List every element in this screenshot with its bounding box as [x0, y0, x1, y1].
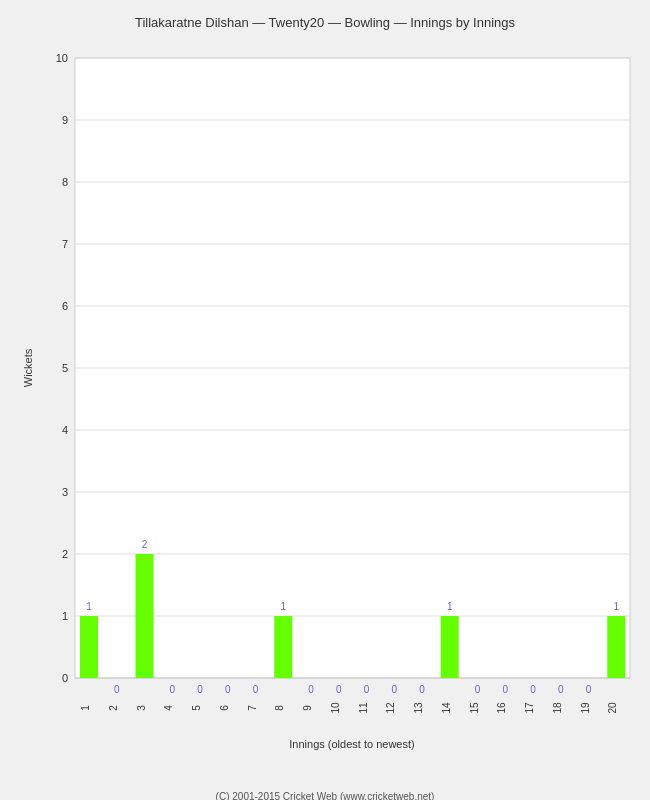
svg-text:7: 7 — [247, 705, 258, 711]
svg-text:6: 6 — [62, 300, 68, 312]
svg-text:0: 0 — [225, 684, 231, 695]
chart-svg: 10 9 8 7 6 5 4 — [20, 38, 650, 758]
svg-text:0: 0 — [502, 684, 508, 695]
svg-text:2: 2 — [108, 705, 119, 711]
svg-text:12: 12 — [385, 702, 396, 714]
svg-text:2: 2 — [142, 539, 148, 550]
svg-text:14: 14 — [441, 702, 452, 714]
svg-text:0: 0 — [62, 672, 68, 684]
svg-text:4: 4 — [62, 424, 68, 436]
svg-text:15: 15 — [469, 702, 480, 714]
svg-text:10: 10 — [330, 702, 341, 714]
svg-text:1: 1 — [80, 705, 91, 711]
svg-text:9: 9 — [302, 705, 313, 711]
svg-text:0: 0 — [419, 684, 425, 695]
bar-8 — [274, 616, 292, 678]
svg-text:0: 0 — [169, 684, 175, 695]
svg-text:16: 16 — [496, 702, 507, 714]
svg-text:11: 11 — [358, 702, 369, 714]
svg-text:8: 8 — [62, 176, 68, 188]
bar-20 — [607, 616, 625, 678]
svg-text:8: 8 — [274, 705, 285, 711]
bar-14 — [441, 616, 459, 678]
bar-1 — [80, 616, 98, 678]
svg-text:1: 1 — [447, 601, 453, 612]
svg-text:0: 0 — [364, 684, 370, 695]
svg-text:1: 1 — [86, 601, 92, 612]
bar-3 — [136, 554, 154, 678]
svg-text:7: 7 — [62, 238, 68, 250]
svg-text:0: 0 — [586, 684, 592, 695]
svg-text:9: 9 — [62, 114, 68, 126]
svg-text:10: 10 — [56, 52, 68, 64]
svg-text:20: 20 — [607, 702, 618, 714]
svg-text:13: 13 — [413, 702, 424, 714]
svg-text:6: 6 — [219, 705, 230, 711]
svg-text:1: 1 — [280, 601, 286, 612]
svg-text:2: 2 — [62, 548, 68, 560]
svg-text:3: 3 — [62, 486, 68, 498]
svg-text:0: 0 — [336, 684, 342, 695]
svg-text:0: 0 — [391, 684, 397, 695]
footer-text: (C) 2001-2015 Cricket Web (www.cricketwe… — [10, 791, 640, 800]
svg-text:0: 0 — [308, 684, 314, 695]
x-axis-label: Innings (oldest to newest) — [289, 738, 414, 750]
svg-text:0: 0 — [253, 684, 259, 695]
svg-text:0: 0 — [114, 684, 120, 695]
chart-title: Tillakaratne Dilshan — Twenty20 — Bowlin… — [10, 10, 640, 30]
svg-text:1: 1 — [62, 610, 68, 622]
y-axis-label: Wickets — [22, 348, 34, 387]
svg-text:19: 19 — [580, 702, 591, 714]
svg-text:5: 5 — [191, 705, 202, 711]
svg-text:17: 17 — [524, 702, 535, 714]
svg-text:0: 0 — [197, 684, 203, 695]
svg-text:0: 0 — [475, 684, 481, 695]
svg-text:0: 0 — [530, 684, 536, 695]
svg-text:18: 18 — [552, 702, 563, 714]
svg-text:4: 4 — [163, 705, 174, 711]
svg-text:3: 3 — [136, 705, 147, 711]
chart-container: Tillakaratne Dilshan — Twenty20 — Bowlin… — [0, 0, 650, 800]
svg-text:5: 5 — [62, 362, 68, 374]
svg-text:1: 1 — [613, 601, 619, 612]
svg-text:0: 0 — [558, 684, 564, 695]
